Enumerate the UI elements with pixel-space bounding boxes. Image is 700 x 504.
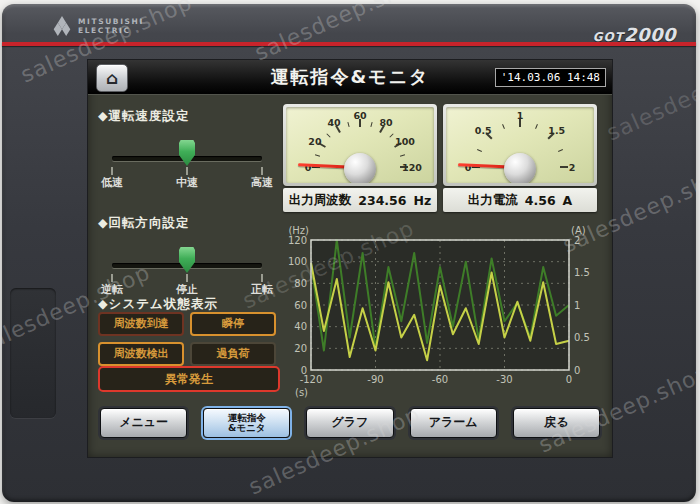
gauge-tick-mark [400, 154, 405, 156]
gauge-tick-mark [558, 149, 563, 152]
gauge-tick-label: 120 [402, 162, 422, 173]
status-section-title: ◆システム状態表示 [98, 296, 218, 313]
footer-nav: メニュー運転指令&モニタグラフアラーム戻る [100, 408, 600, 438]
gauge-tick-label: 60 [353, 110, 366, 121]
touch-screen: ⌂ 運転指令&モニタ '14.03.06 14:48 ◆運転速度設定 低速中速高… [88, 60, 612, 457]
current-readout: 出力電流 4.56 A [443, 188, 597, 212]
left-axis-tick: 100 [288, 256, 307, 267]
gauge-tick-label: 1 [517, 110, 524, 121]
nav-button-アラーム[interactable]: アラーム [410, 408, 497, 438]
right-axis-tick: 0 [574, 365, 580, 376]
alarm-lamp: 異常発生 [98, 366, 280, 392]
speed-slider[interactable]: 低速中速高速 [112, 140, 262, 186]
slider-tick [186, 274, 188, 282]
nav-button-current[interactable]: 運転指令&モニタ [203, 408, 290, 438]
nav-button-label: グラフ [332, 416, 369, 429]
x-axis-tick: -30 [496, 374, 512, 385]
gauge-tick-mark [370, 122, 372, 127]
bezel-red-stripe [2, 42, 696, 46]
slider-tick [261, 274, 263, 282]
left-axis-tick: 80 [294, 278, 307, 289]
gauge-tick-label: 0.5 [475, 125, 492, 136]
slider-tick [186, 167, 188, 175]
bezel-side-cover [10, 288, 56, 418]
left-axis-tick: 40 [294, 321, 307, 332]
direction-slider[interactable]: 逆転停止正転 [112, 247, 262, 293]
slider-label: 低速 [101, 175, 123, 190]
slider-handle[interactable] [179, 140, 195, 166]
right-axis-unit: (A) [571, 225, 586, 236]
readout-value: 4.56 [525, 193, 556, 208]
gauge-tick-mark [477, 149, 482, 152]
gauge-tick-label: 80 [379, 116, 392, 127]
left-axis-unit: (Hz) [288, 225, 309, 236]
left-axis-tick: 60 [294, 300, 307, 311]
readout-value: 234.56 [358, 193, 406, 208]
right-axis-tick: 1.5 [574, 267, 590, 278]
gauge-tick-mark [560, 166, 568, 168]
slider-handle[interactable] [179, 247, 195, 273]
left-axis-tick: 120 [288, 235, 307, 246]
left-axis-tick: 20 [294, 343, 307, 354]
readout-label: 出力電流 [468, 192, 518, 209]
slider-label: 停止 [176, 282, 198, 297]
speed-section-title: ◆運転速度設定 [98, 108, 190, 125]
gauge-tick-mark [347, 122, 349, 127]
readout-label: 出力周波数 [289, 192, 352, 209]
status-lamp: 過負荷 [190, 342, 276, 366]
brand-line2: ELECTRIC [78, 26, 144, 35]
nav-button-戻る[interactable]: 戻る [513, 408, 600, 438]
nav-button-メニュー[interactable]: メニュー [100, 408, 187, 438]
gauge-tick-label: 2 [569, 162, 576, 173]
right-axis-tick: 0.5 [574, 332, 590, 343]
slider-tick [111, 167, 113, 175]
right-axis-tick: 2 [574, 235, 580, 246]
output-frequency-gauge: 020406080100120 出力周波数 234.56 Hz [283, 104, 437, 212]
gauge-tick-mark [535, 124, 538, 129]
x-axis-tick: -90 [367, 374, 383, 385]
mitsubishi-diamonds-icon [52, 16, 72, 36]
nav-button-label: 戻る [544, 416, 568, 429]
x-axis-tick: 0 [566, 374, 572, 385]
x-axis-tick: -60 [432, 374, 448, 385]
slider-tick [261, 167, 263, 175]
x-axis-tick: -120 [300, 374, 323, 385]
device-bezel: MITSUBISHI ELECTRIC GOT2000 ⌂ 運転指令&モニタ '… [2, 4, 696, 502]
status-lamp: 周波数到達 [98, 312, 184, 336]
gauge-tick-mark [315, 154, 320, 156]
trend-chart-svg: 02040608010012000.511.52-120-90-60-300(H… [281, 224, 603, 402]
title-bar: ⌂ 運転指令&モニタ '14.03.06 14:48 [88, 60, 612, 95]
slider-label: 高速 [251, 175, 273, 190]
gauge-tick-mark [389, 134, 393, 138]
direction-section-title: ◆回転方向設定 [98, 215, 190, 232]
readout-unit: Hz [414, 193, 432, 208]
nav-button-グラフ[interactable]: グラフ [306, 408, 393, 438]
datetime-display: '14.03.06 14:48 [495, 68, 606, 87]
readout-unit: A [563, 193, 573, 208]
gauge-face: 00.511.52 [446, 107, 594, 183]
frequency-readout: 出力周波数 234.56 Hz [283, 188, 437, 212]
gauge-knob [504, 153, 536, 183]
slider-label: 逆転 [101, 282, 123, 297]
nav-button-label: &モニタ [228, 423, 265, 433]
gauge-tick-mark [327, 134, 331, 138]
mitsubishi-logo: MITSUBISHI ELECTRIC [52, 16, 144, 36]
x-axis-unit: (s) [295, 387, 308, 398]
gauge-tick-label: 100 [395, 136, 415, 147]
status-lamp-grid: 周波数到達瞬停周波数検出過負荷 [98, 312, 276, 366]
gauge-tick-label: 20 [308, 136, 321, 147]
gauge-knob [344, 153, 376, 183]
nav-button-label: メニュー [119, 416, 168, 429]
gauge-face: 020406080100120 [286, 107, 434, 183]
brand-text: MITSUBISHI ELECTRIC [78, 17, 144, 36]
trend-chart: 02040608010012000.511.52-120-90-60-300(H… [281, 224, 603, 402]
nav-button-label: アラーム [429, 416, 478, 429]
status-lamp: 瞬停 [190, 312, 276, 336]
gauge-tick-label: 1.5 [548, 125, 565, 136]
brand-line1: MITSUBISHI [78, 17, 144, 26]
slider-label: 中速 [176, 175, 198, 190]
gauge-panel: 020406080100120 [283, 104, 437, 186]
status-lamp: 周波数検出 [98, 342, 184, 366]
output-current-gauge: 00.511.52 出力電流 4.56 A [443, 104, 597, 212]
slider-tick [111, 274, 113, 282]
